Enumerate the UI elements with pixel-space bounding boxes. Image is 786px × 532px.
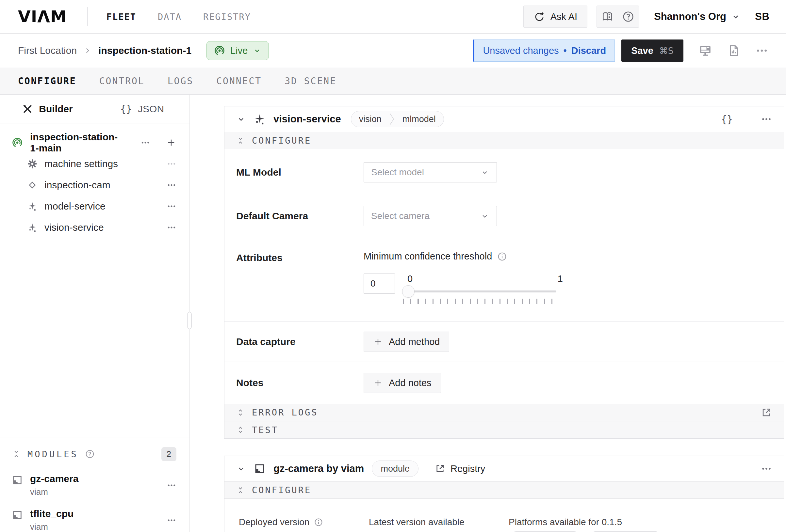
threshold-slider: 0 1 bbox=[408, 273, 563, 304]
more-options-icon[interactable] bbox=[167, 180, 177, 190]
tab-3d-scene[interactable]: 3D SCENE bbox=[284, 76, 337, 87]
save-shortcut: ⌘S bbox=[659, 46, 674, 56]
external-link-icon bbox=[435, 463, 445, 474]
more-options-icon[interactable] bbox=[140, 138, 150, 147]
more-options-icon[interactable] bbox=[167, 159, 177, 169]
module-item-tflite-cpu[interactable]: tflite_cpu viam bbox=[12, 508, 177, 532]
slider-handle[interactable] bbox=[402, 285, 415, 298]
save-button[interactable]: Save ⌘S bbox=[621, 40, 684, 62]
pill-chevron-icon bbox=[389, 111, 395, 127]
add-component-icon[interactable] bbox=[166, 138, 177, 148]
info-icon[interactable] bbox=[314, 518, 323, 527]
error-logs-label: ERROR LOGS bbox=[252, 407, 318, 417]
tab-control[interactable]: CONTROL bbox=[99, 76, 145, 87]
tree-item-vision-service[interactable]: vision-service bbox=[12, 217, 177, 238]
data-capture-row: Data capture Add method bbox=[236, 322, 772, 362]
default-camera-row: Default Camera Select camera bbox=[236, 206, 772, 226]
module-item-gz-camera[interactable]: gz-camera viam bbox=[12, 473, 177, 497]
docs-book-icon[interactable] bbox=[597, 6, 618, 27]
registry-link[interactable]: Registry bbox=[435, 463, 485, 474]
tree-item-label: inspection-station-1-main bbox=[30, 131, 126, 154]
braces-icon: {} bbox=[120, 103, 132, 115]
more-options-icon[interactable] bbox=[167, 515, 177, 525]
sidebar-resize-handle[interactable] bbox=[187, 312, 192, 329]
nav-registry[interactable]: REGISTRY bbox=[203, 12, 251, 22]
info-icon[interactable] bbox=[497, 252, 507, 261]
module-card-header: gz-camera by viam module Registry bbox=[225, 456, 784, 481]
add-notes-button[interactable]: Add notes bbox=[364, 373, 441, 393]
ask-ai-button[interactable]: Ask AI bbox=[523, 5, 587, 28]
machine-status-badge[interactable]: Live bbox=[206, 41, 269, 60]
discard-button[interactable]: Discard bbox=[571, 45, 606, 56]
external-link-icon[interactable] bbox=[761, 407, 772, 418]
slider-max-label: 1 bbox=[558, 273, 563, 284]
default-camera-label: Default Camera bbox=[236, 211, 364, 222]
latest-version-col: Latest version available 0.1.5 bbox=[369, 517, 509, 532]
service-type-pill: vision mlmodel bbox=[351, 111, 444, 127]
select-placeholder: Select model bbox=[371, 167, 480, 177]
mode-builder[interactable]: Builder bbox=[0, 95, 95, 123]
slider-track[interactable] bbox=[408, 285, 563, 298]
tree-item-label: vision-service bbox=[44, 222, 104, 233]
org-switcher[interactable]: Shannon's Org bbox=[654, 11, 741, 23]
platforms-label: Platforms available for 0.1.5 bbox=[509, 517, 622, 527]
broadcast-icon bbox=[214, 45, 225, 56]
tools-icon bbox=[22, 103, 33, 115]
tree-item-model-service[interactable]: model-service bbox=[12, 195, 177, 217]
chevron-down-icon bbox=[253, 46, 261, 55]
collapse-icon bbox=[236, 486, 245, 494]
nav-fleet[interactable]: FLEET bbox=[107, 12, 136, 22]
ask-ai-label: Ask AI bbox=[551, 11, 577, 22]
tab-logs[interactable]: LOGS bbox=[168, 76, 193, 87]
slider-min-label: 0 bbox=[408, 273, 413, 284]
config-main: vision-service vision mlmodel {} bbox=[190, 95, 786, 532]
tree-item-inspection-cam[interactable]: inspection-cam bbox=[12, 174, 177, 195]
more-options-icon[interactable] bbox=[167, 201, 177, 211]
chevron-down-icon[interactable] bbox=[236, 464, 246, 474]
gz-camera-module-card: gz-camera by viam module Registry bbox=[224, 456, 784, 532]
tab-configure[interactable]: CONFIGURE bbox=[18, 76, 76, 87]
more-options-icon[interactable] bbox=[761, 114, 772, 125]
threshold-header: Minimum confidence threshold bbox=[364, 251, 563, 262]
add-method-button[interactable]: Add method bbox=[364, 332, 449, 352]
error-logs-section-bar[interactable]: ERROR LOGS bbox=[225, 404, 784, 421]
tree-item-main-part[interactable]: inspection-station-1-main bbox=[12, 132, 177, 153]
deployed-version-col: Deployed version 0.1.5 bbox=[239, 517, 369, 532]
help-question-icon[interactable] bbox=[618, 6, 639, 27]
more-options-icon[interactable] bbox=[761, 463, 772, 474]
avatar[interactable]: SB bbox=[755, 11, 770, 23]
more-options-icon[interactable] bbox=[755, 44, 768, 57]
configure-section-bar[interactable]: CONFIGURE bbox=[225, 132, 784, 149]
mode-json[interactable]: {} JSON bbox=[95, 95, 189, 123]
more-options-icon[interactable] bbox=[167, 223, 177, 233]
collapse-icon bbox=[236, 137, 245, 145]
more-options-icon[interactable] bbox=[167, 480, 177, 490]
test-section-bar[interactable]: TEST bbox=[225, 421, 784, 438]
breadcrumb-location[interactable]: First Location bbox=[18, 45, 77, 56]
vision-card-header: vision-service vision mlmodel {} bbox=[225, 106, 784, 132]
module-org: viam bbox=[30, 522, 73, 532]
collapse-icon[interactable] bbox=[12, 450, 21, 459]
attributes-content: Minimum confidence threshold bbox=[364, 251, 563, 304]
config-sidebar: Builder {} JSON inspection bbox=[0, 95, 190, 532]
tab-connect[interactable]: CONNECT bbox=[216, 76, 262, 87]
configure-section-bar[interactable]: CONFIGURE bbox=[225, 481, 784, 499]
latest-version-label: Latest version available bbox=[369, 517, 465, 527]
module-name: gz-camera bbox=[30, 473, 78, 484]
json-braces-icon[interactable]: {} bbox=[721, 114, 733, 125]
module-icon bbox=[12, 509, 23, 521]
service-sparkle-icon bbox=[27, 223, 37, 233]
machine-monitor-icon[interactable] bbox=[698, 44, 712, 57]
tree-item-machine-settings[interactable]: machine settings bbox=[12, 153, 177, 174]
chevron-down-icon bbox=[480, 168, 489, 177]
viam-logo[interactable]: VIΛM bbox=[18, 7, 67, 26]
help-question-icon[interactable] bbox=[85, 449, 95, 459]
json-label: JSON bbox=[138, 103, 164, 115]
report-document-icon[interactable] bbox=[727, 44, 740, 57]
default-camera-select[interactable]: Select camera bbox=[364, 206, 497, 226]
ml-model-select[interactable]: Select model bbox=[364, 162, 497, 183]
chevron-down-icon[interactable] bbox=[236, 114, 246, 124]
nav-data[interactable]: DATA bbox=[158, 12, 182, 22]
threshold-input[interactable] bbox=[364, 273, 395, 294]
ml-model-label: ML Model bbox=[236, 167, 364, 178]
